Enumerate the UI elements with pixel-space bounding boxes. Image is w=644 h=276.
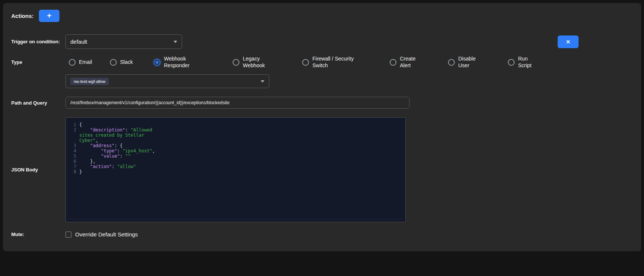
line-number: 6 [69,159,76,164]
type-radio-group: Email Slack Webhook Responder Legacy Web… [65,56,535,69]
radio-icon [508,59,515,66]
code-line-content: { [79,122,160,127]
line-number: 4 [69,148,76,153]
radio-option-run-script[interactable]: Run Script [508,56,535,69]
close-icon: ✕ [566,39,570,45]
code-line-content: } [79,169,160,174]
override-default-settings-checkbox[interactable]: Override Default Settings [65,231,138,238]
chevron-down-icon [261,80,264,83]
checkbox-label: Override Default Settings [75,231,138,238]
code-line-content: "description": "Allowed sites created by… [79,127,160,143]
radio-option-disable-user[interactable]: Disable User [448,56,480,69]
trigger-condition-select[interactable]: default [65,34,182,49]
code-line: 7 "action": "allow" [69,164,402,169]
code-line: 3 "address": { [69,143,402,148]
responder-row: nw-test-wgf-allow [3,74,641,88]
trigger-selected-value: default [70,38,87,45]
path-row: Path and Query [3,97,641,109]
code-line: 8} [69,169,402,174]
chevron-down-icon [174,41,177,43]
action-config-panel: Actions: + Trigger on condition: default… [3,3,641,251]
radio-option-label: Webhook Responder [164,56,194,69]
actions-header-row: Actions: + [3,10,641,22]
plus-icon: + [47,12,52,20]
code-line-content: "type": "ipv4_host", [79,148,160,153]
radio-icon [110,59,117,66]
json-editor-lines: 1{2 "description": "Allowed sites create… [69,122,402,174]
radio-icon [69,59,76,66]
radio-option-label: Disable User [458,56,480,69]
radio-option-legacy-webhook[interactable]: Legacy Webhook [233,56,268,69]
radio-option-label: Run Script [518,56,535,69]
remove-action-button[interactable]: ✕ [558,35,579,48]
radio-icon [448,59,455,66]
responder-select[interactable]: nw-test-wgf-allow [65,74,269,88]
json-body-editor[interactable]: 1{2 "description": "Allowed sites create… [65,117,406,222]
path-query-label: Path and Query [3,100,65,106]
code-line-content: }, [79,159,160,164]
line-number: 1 [69,122,76,127]
radio-option-label: Create Alert [400,56,420,69]
code-line: 1{ [69,122,402,127]
code-line-content: "address": { [79,143,160,148]
radio-option-webhook-responder[interactable]: Webhook Responder [154,56,194,69]
path-query-input[interactable] [65,97,410,109]
radio-icon [390,59,396,66]
type-label: Type [3,59,65,65]
mute-label: Mute: [3,232,65,237]
trigger-row: Trigger on condition: default ✕ [3,34,641,49]
line-number: 7 [69,164,76,169]
radio-option-email[interactable]: Email [69,59,92,66]
radio-option-label: Slack [120,59,133,66]
code-line-content: "value": "" [79,153,160,159]
code-line: 6 }, [69,159,402,164]
line-number: 8 [69,169,76,174]
radio-option-label: Email [79,59,92,66]
code-line-content: "action": "allow" [79,164,160,169]
line-number: 3 [69,143,76,148]
json-body-label: JSON Body [3,167,65,173]
mute-row: Mute: Override Default Settings [3,231,641,238]
radio-option-firewall-security-switch[interactable]: Firewall / Security Switch [302,56,361,69]
add-action-button[interactable]: + [39,10,59,22]
code-line: 4 "type": "ipv4_host", [69,148,402,153]
type-row: Type Email Slack Webhook Responder Legac… [3,56,641,69]
responder-chip: nw-test-wgf-allow [70,78,109,85]
code-line: 2 "description": "Allowed sites created … [69,127,402,143]
json-body-row: JSON Body 1{2 "description": "Allowed si… [3,117,641,222]
radio-icon [233,59,239,66]
actions-label: Actions: [3,13,39,19]
radio-option-label: Firewall / Security Switch [312,56,361,69]
radio-icon [154,59,160,66]
radio-icon [302,59,309,66]
radio-option-slack[interactable]: Slack [110,59,133,66]
code-line: 5 "value": "" [69,153,402,159]
radio-option-create-alert[interactable]: Create Alert [390,56,420,69]
checkbox-icon [65,232,71,238]
trigger-condition-label: Trigger on condition: [3,39,65,44]
radio-option-label: Legacy Webhook [243,56,268,69]
line-number: 5 [69,153,76,159]
line-number: 2 [69,127,76,133]
